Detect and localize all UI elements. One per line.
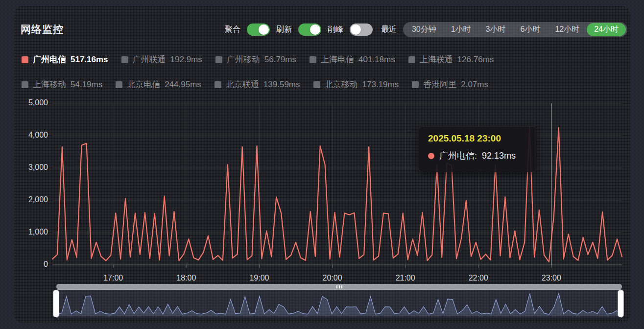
- x-axis-label: 19:00: [243, 274, 275, 282]
- y-axis-label: 4,000: [17, 131, 48, 140]
- aggregate-toggle[interactable]: [247, 24, 270, 36]
- tooltip-series-value: 92.13ms: [482, 151, 516, 161]
- datazoom-left-handle[interactable]: [53, 290, 59, 317]
- peak-shaving-toggle-label: 削峰: [328, 24, 343, 35]
- legend-marker: [310, 56, 316, 63]
- datazoom-right-handle[interactable]: [618, 290, 624, 317]
- aggregate-toggle-label: 聚合: [225, 24, 240, 35]
- time-range-1hour[interactable]: 1小时: [444, 23, 478, 36]
- x-axis-label: 23:00: [536, 274, 567, 282]
- y-axis-label: 1,000: [17, 228, 48, 236]
- legend-marker: [215, 81, 221, 88]
- toggle-knob: [310, 24, 320, 35]
- legend-marker: [121, 56, 128, 63]
- page: { "page": { "title": "网络监控" }, "controls…: [0, 0, 644, 329]
- legend-item-shanghai-telecom[interactable]: 上海电信401.18ms: [310, 54, 395, 65]
- page-title: 网络监控: [21, 23, 64, 36]
- legend-marker: [22, 81, 28, 88]
- datazoom-minichart-panel[interactable]: [56, 289, 622, 318]
- y-axis-label: 0: [17, 260, 48, 269]
- x-axis-label: 21:00: [390, 274, 421, 282]
- x-axis-label: 20:00: [317, 274, 348, 282]
- toggle-knob: [259, 24, 269, 35]
- time-range-24hour[interactable]: 24小时: [587, 23, 626, 36]
- datazoom-scroll-bar[interactable]: [56, 284, 622, 289]
- x-axis-label: 17:00: [97, 274, 129, 282]
- refresh-toggle-label: 刷新: [276, 24, 292, 35]
- legend-marker: [313, 81, 320, 88]
- header: 网络监控 聚合 刷新 削峰 最近 30分钟 1小时 3小时 6小时 12小时 2…: [21, 21, 627, 38]
- legend-item-guangzhou-telecom[interactable]: 广州电信517.16ms: [22, 54, 108, 65]
- datazoom-minichart[interactable]: [57, 290, 621, 318]
- legend-marker: [408, 56, 415, 63]
- y-axis-label: 5,000: [17, 98, 48, 107]
- refresh-toggle[interactable]: [298, 24, 321, 36]
- legend-item-guangzhou-unicom[interactable]: 广州联通192.9ms: [121, 54, 202, 65]
- legend-marker: [116, 81, 122, 88]
- legend-item-beijing-mobile[interactable]: 北京移动173.19ms: [313, 79, 399, 90]
- y-axis-label: 3,000: [17, 163, 48, 172]
- time-range-12hour[interactable]: 12小时: [548, 23, 587, 36]
- tooltip-title: 2025.05.18 23:00: [428, 133, 527, 144]
- legend-item-shanghai-unicom[interactable]: 上海联通126.76ms: [408, 54, 494, 65]
- line-chart[interactable]: [52, 103, 622, 265]
- tooltip-series-row: 广州电信: 92.13ms: [428, 150, 527, 162]
- legend-item-beijing-telecom[interactable]: 北京电信244.95ms: [116, 79, 201, 90]
- legend-item-guangzhou-mobile[interactable]: 广州移动56.79ms: [215, 54, 296, 65]
- series-line-guangzhou-telecom: [52, 127, 622, 262]
- y-axis-label: 2,000: [17, 195, 48, 204]
- network-monitor-panel: 网络监控 聚合 刷新 削峰 最近 30分钟 1小时 3小时 6小时 12小时 2…: [14, 6, 630, 323]
- legend: 广州电信517.16ms 广州联通192.9ms 广州移动56.79ms 上海电…: [22, 54, 622, 90]
- toggle-knob: [351, 24, 361, 35]
- chart-tooltip: 2025.05.18 23:00 广州电信: 92.13ms: [419, 126, 536, 172]
- controls: 聚合 刷新 削峰 最近 30分钟 1小时 3小时 6小时 12小时 24小时: [225, 22, 627, 37]
- legend-item-shanghai-mobile[interactable]: 上海移动54.19ms: [22, 79, 102, 90]
- datazoom-grip-icon[interactable]: [336, 285, 342, 288]
- x-axis-label: 18:00: [170, 274, 202, 282]
- legend-item-hongkong-ali[interactable]: 香港阿里2.07ms: [412, 79, 488, 90]
- time-range-6hour[interactable]: 6小时: [513, 23, 548, 36]
- tooltip-series-label: 广州电信:: [439, 150, 477, 162]
- time-range-30min[interactable]: 30分钟: [405, 23, 444, 36]
- legend-marker: [22, 56, 28, 63]
- recent-label: 最近: [381, 24, 397, 35]
- legend-marker: [412, 81, 419, 88]
- legend-item-beijing-unicom[interactable]: 北京联通139.59ms: [215, 79, 300, 90]
- x-axis-label: 22:00: [463, 274, 494, 282]
- time-range-group: 30分钟 1小时 3小时 6小时 12小时 24小时: [403, 22, 627, 37]
- peak-shaving-toggle[interactable]: [350, 24, 373, 36]
- legend-marker: [215, 56, 222, 63]
- time-range-3hour[interactable]: 3小时: [478, 23, 513, 36]
- series-dot-icon: [428, 153, 434, 159]
